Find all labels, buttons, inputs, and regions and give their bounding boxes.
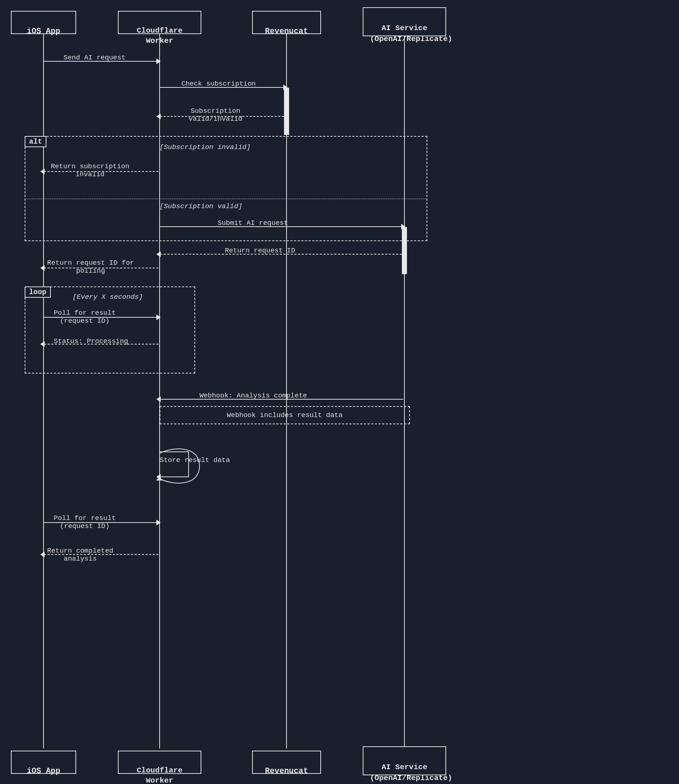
label-webhook-analysis: Webhook: Analysis complete [199, 392, 307, 400]
arrowhead-poll-result-2 [156, 520, 161, 525]
actor-cloudflare-bottom: Cloudflare Worker [118, 751, 201, 774]
arrowhead-webhook-analysis [156, 396, 161, 402]
arrowhead-status-processing [40, 341, 45, 347]
label-subscription-response: Subscriptionvalid/invalid [189, 107, 242, 123]
arrowhead-poll-result-1 [156, 314, 161, 320]
label-status-processing: Status: Processing [54, 337, 128, 345]
label-loop-condition: [Every X seconds] [72, 293, 143, 301]
arrowhead-subscription-response [156, 114, 161, 119]
note-webhook-data: Webhook includes result data [160, 406, 410, 424]
arrowhead-return-request-id-ios [40, 265, 45, 271]
label-return-sub-invalid: Return subscriptioninvalid [51, 162, 130, 178]
label-return-analysis: Return completedanalysis [47, 547, 113, 563]
actor-ios-bottom: iOS App [11, 751, 76, 774]
label-poll-result-1: Poll for result(request ID) [54, 309, 116, 325]
actor-ai-top: AI Service(OpenAI/Replicate) [363, 7, 446, 36]
label-subscription-valid-cond: [Subscription valid] [160, 202, 242, 210]
actor-revenucat-bottom: Revenucat [252, 751, 321, 774]
svg-marker-0 [156, 477, 163, 481]
label-return-request-id-ios: Return request ID forpolling [47, 259, 134, 275]
label-check-subscription: Check subscription [181, 80, 256, 88]
label-subscription-invalid-cond: [Subscription invalid] [160, 143, 250, 151]
label-poll-result-2: Poll for result(request ID) [54, 514, 116, 530]
actor-ai-bottom: AI Service(OpenAI/Replicate) [363, 746, 446, 775]
activation-revenucat [284, 88, 289, 135]
label-submit-ai-request: Submit AI request [217, 219, 288, 227]
label-send-ai-request: Send AI request [64, 54, 125, 62]
self-loop-curve [156, 446, 207, 486]
label-return-request-id-cf: Return request ID [225, 247, 295, 255]
arrowhead-return-request-id-cf [156, 251, 161, 257]
actor-revenucat-top: Revenucat [252, 11, 321, 34]
fragment-loop-label: loop [25, 286, 51, 298]
activation-ai [402, 227, 407, 274]
arrowhead-send-ai-request [156, 58, 161, 64]
fragment-alt-label: alt [25, 136, 47, 147]
alt-divider [25, 199, 427, 199]
arrowhead-return-sub-invalid [40, 169, 45, 175]
sequence-diagram: iOS App Cloudflare Worker Revenucat AI S… [0, 0, 679, 784]
actor-ios-top: iOS App [11, 11, 76, 34]
actor-cloudflare-top: Cloudflare Worker [118, 11, 201, 34]
arrowhead-return-analysis [40, 551, 45, 558]
